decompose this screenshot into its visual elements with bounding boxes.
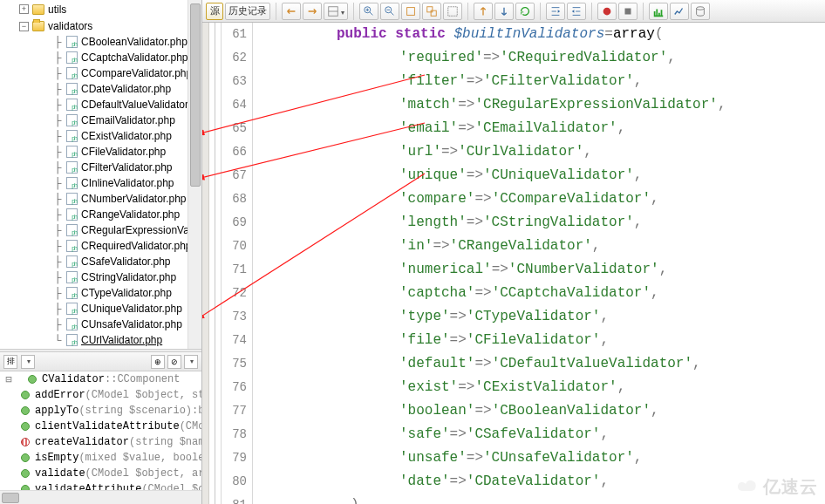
tree-file[interactable]: ├CTypeValidator.php (0, 285, 201, 301)
tree-file[interactable]: ├CStringValidator.php (0, 269, 201, 285)
outline-class[interactable]: ⊟ CValidator::CComponent (0, 371, 201, 387)
code-editor[interactable]: 6162636465666768697071727374757677787980… (202, 23, 825, 504)
outline-hscrollbar[interactable] (0, 490, 201, 504)
down-icon[interactable] (494, 3, 514, 20)
nav-fwd-icon[interactable] (303, 3, 322, 20)
outline-toolbar: 排 ⊕ ⊘ (0, 352, 201, 371)
nav-back-icon[interactable] (282, 3, 301, 20)
tree-file[interactable]: ├CCaptchaValidator.php (0, 50, 201, 65)
up-icon[interactable] (474, 3, 493, 20)
tree-file[interactable]: ├CDateValidator.php (0, 81, 201, 97)
svg-rect-3 (407, 7, 415, 15)
db-icon[interactable] (691, 3, 710, 20)
record-icon[interactable] (597, 3, 617, 20)
tree-file[interactable]: ├CBooleanValidator.php (0, 34, 201, 50)
svg-rect-5 (431, 10, 436, 16)
chart-icon-1[interactable] (649, 3, 668, 20)
option-btn-2[interactable]: ⊘ (167, 355, 181, 369)
code-content[interactable]: public static $builtInValidators=array('… (253, 23, 825, 504)
refresh-icon[interactable] (515, 3, 535, 20)
outline-method[interactable]: applyTo(string $scenario):boole (0, 403, 201, 419)
zoom-out-icon[interactable] (380, 3, 399, 20)
line-gutter: 6162636465666768697071727374757677787980… (222, 23, 253, 504)
editor-toolbar: 源 历史记录 (202, 0, 825, 23)
outline-method[interactable]: clientValidateAttribute(CModel $ (0, 419, 201, 434)
svg-point-9 (697, 6, 705, 10)
indent-left-icon[interactable] (546, 3, 565, 20)
tree-file[interactable]: ├CFilterValidator.php (0, 160, 201, 175)
tree-file[interactable]: ├CNumberValidator.php (0, 191, 201, 207)
svg-rect-4 (427, 6, 433, 11)
tree-file[interactable]: ├CEmailValidator.php (0, 112, 201, 128)
option-btn-1[interactable]: ⊕ (151, 355, 165, 369)
tree-file[interactable]: └CUrlValidator.php (0, 332, 201, 348)
select-icon[interactable] (443, 3, 462, 20)
option-menu[interactable] (184, 355, 198, 369)
tree-file[interactable]: ├CInlineValidator.php (0, 175, 201, 191)
project-tree[interactable]: +utils−validators├CBooleanValidator.php├… (0, 0, 201, 349)
tree-file[interactable]: ├CRegularExpressionValid (0, 222, 201, 238)
history-tab[interactable]: 历史记录 (225, 3, 270, 20)
stop-icon[interactable] (618, 3, 638, 20)
svg-rect-8 (625, 8, 631, 14)
tree-folder-validators[interactable]: −validators (0, 18, 201, 34)
outline-method[interactable]: isEmpty(mixed $value, boolean $ (0, 450, 201, 466)
tool-icon-2[interactable] (422, 3, 441, 20)
tree-folder-utils[interactable]: +utils (0, 2, 201, 17)
outline-panel[interactable]: ⊟ CValidator::CComponent addError(CModel… (0, 371, 201, 504)
tree-file[interactable]: ├CUnsafeValidator.php (0, 317, 201, 332)
tool-icon-1[interactable] (401, 3, 420, 20)
dropdown-button[interactable] (21, 355, 35, 369)
sort-button[interactable]: 排 (3, 355, 17, 369)
watermark: 亿速云 (735, 475, 818, 499)
outline-method[interactable]: createValidator(string $name, C (0, 434, 201, 450)
tree-scrollbar[interactable] (188, 0, 201, 349)
tree-file[interactable]: ├CUniqueValidator.php (0, 301, 201, 317)
tree-file[interactable]: ├CExistValidator.php (0, 128, 201, 144)
chart-icon-2[interactable] (670, 3, 689, 20)
zoom-in-icon[interactable] (359, 3, 378, 20)
outline-method[interactable]: validate(CModel $object, array $ (0, 466, 201, 481)
source-tab[interactable]: 源 (206, 3, 223, 20)
tree-file[interactable]: ├CDefaultValueValidator (0, 97, 201, 112)
tree-file[interactable]: ├CCompareValidator.php (0, 65, 201, 81)
tree-file[interactable]: ├CSafeValidator.php (0, 254, 201, 269)
tree-file[interactable]: ├CRequiredValidator.php (0, 238, 201, 254)
svg-point-7 (603, 7, 611, 15)
svg-rect-6 (448, 6, 458, 16)
toggle-icon[interactable] (324, 3, 348, 20)
indent-right-icon[interactable] (567, 3, 586, 20)
tree-file[interactable]: ├CFileValidator.php (0, 144, 201, 160)
outline-method[interactable]: addError(CModel $object, string (0, 387, 201, 403)
tree-file[interactable]: ├CRangeValidator.php (0, 207, 201, 222)
